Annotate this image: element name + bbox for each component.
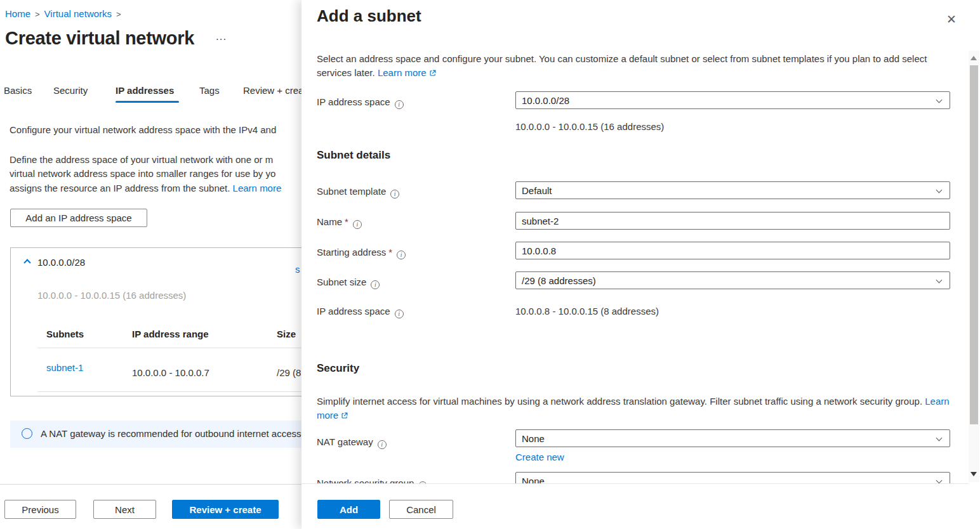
field-label-starting-address: Starting address* [317, 247, 406, 259]
column-header-size: Size [277, 329, 296, 339]
info-icon[interactable] [397, 251, 406, 259]
hidden-text-fragment: s [295, 264, 300, 275]
security-description: Simplify internet access for virtual mac… [317, 395, 951, 423]
chevron-down-icon [936, 435, 943, 441]
column-header-subnets: Subnets [46, 329, 84, 339]
cancel-button[interactable]: Cancel [389, 500, 453, 519]
address-space-range: 10.0.0.0 - 10.0.0.15 (16 addresses) [37, 290, 186, 301]
body-text-line: virtual network address space into small… [10, 168, 275, 179]
chevron-down-icon [936, 478, 943, 484]
field-label-subnet-size: Subnet size [317, 277, 380, 289]
info-icon[interactable] [395, 310, 404, 318]
ip-address-space-dropdown[interactable]: 10.0.0.0/28 [515, 91, 950, 109]
panel-scroll-area: Select an address space and configure yo… [301, 0, 969, 484]
info-icon[interactable] [378, 440, 387, 449]
column-header-ip-range: IP address range [132, 329, 209, 339]
collapse-chevron-icon[interactable] [23, 259, 30, 266]
add-subnet-panel: Add a subnet ✕ Select an address space a… [301, 0, 980, 529]
scrollbar-thumb[interactable] [970, 65, 978, 424]
subnet-size-dropdown[interactable]: /29 (8 addresses) [515, 271, 950, 289]
info-icon[interactable] [395, 100, 404, 109]
ip-space-result-value: 10.0.0.8 - 10.0.0.15 (8 addresses) [515, 306, 659, 317]
info-icon[interactable] [353, 220, 362, 229]
info-icon[interactable] [371, 280, 380, 289]
field-label-network-security-group: Network security group [317, 478, 427, 484]
breadcrumb-link-home[interactable]: Home [5, 8, 30, 19]
nat-gateway-dropdown[interactable]: None [515, 429, 950, 447]
body-text-line: Define the address space of your virtual… [10, 154, 273, 165]
breadcrumb-separator-icon: > [116, 10, 121, 19]
page-title: Create virtual network [5, 28, 194, 49]
network-security-group-dropdown[interactable]: None [515, 472, 950, 484]
scroll-down-arrow-icon[interactable] [970, 472, 977, 476]
required-asterisk: * [345, 216, 348, 227]
field-label-ip-address-space: IP address space [317, 96, 404, 109]
breadcrumb: Home>Virtual networks> [5, 8, 126, 19]
security-heading: Security [317, 362, 359, 375]
starting-address-input[interactable] [515, 242, 950, 259]
create-new-link[interactable]: Create new [515, 452, 564, 462]
more-menu-icon[interactable]: ... [216, 30, 227, 43]
field-label-nat-gateway: NAT gateway [317, 436, 387, 449]
subnet-details-heading: Subnet details [317, 149, 390, 162]
field-label-name: Name* [317, 216, 362, 229]
external-link-icon [429, 67, 437, 81]
breadcrumb-separator-icon: > [35, 10, 40, 19]
subnet-name-input[interactable] [515, 212, 950, 230]
chevron-down-icon [936, 187, 943, 193]
external-link-icon [341, 409, 348, 423]
address-space-cidr: 10.0.0.0/28 [37, 257, 85, 268]
active-tab-indicator [116, 101, 179, 103]
info-icon[interactable] [390, 190, 399, 199]
field-label-ip-space-result: IP address space [317, 306, 404, 318]
chevron-down-icon [936, 277, 943, 284]
azure-portal-screen: Home>Virtual networks> Create virtual ne… [0, 0, 980, 529]
tab-security[interactable]: Security [53, 85, 88, 96]
add-button[interactable]: Add [317, 500, 380, 519]
tab-tags[interactable]: Tags [199, 85, 220, 96]
breadcrumb-link-virtual-networks[interactable]: Virtual networks [44, 8, 112, 19]
subnet-template-dropdown[interactable]: Default [515, 181, 950, 199]
subnet-range-cell: 10.0.0.0 - 10.0.0.7 [132, 367, 209, 378]
add-ip-address-space-button[interactable]: Add an IP address space [10, 209, 147, 227]
panel-description: Select an address space and configure yo… [317, 52, 951, 81]
info-icon [22, 428, 32, 439]
required-asterisk: * [388, 247, 392, 258]
next-button[interactable]: Next [93, 500, 156, 519]
review-create-button[interactable]: Review + create [172, 500, 279, 519]
ip-space-helper-text: 10.0.0.0 - 10.0.0.15 (16 addresses) [515, 121, 664, 132]
tab-basics[interactable]: Basics [4, 85, 32, 96]
banner-text: A NAT gateway is recommended for outboun… [41, 428, 301, 439]
body-text-line: assigns the resource an IP address from … [10, 183, 281, 193]
tab-ip-addresses[interactable]: IP addresses [116, 85, 174, 96]
learn-more-link[interactable]: Learn more [233, 183, 282, 193]
chevron-down-icon [936, 97, 943, 103]
scroll-up-arrow-icon[interactable] [970, 56, 977, 60]
subnet-link[interactable]: subnet-1 [46, 362, 83, 373]
info-icon[interactable] [418, 481, 427, 484]
previous-button[interactable]: Previous [4, 500, 76, 519]
intro-text: Configure your virtual network address s… [10, 124, 276, 135]
field-label-subnet-template: Subnet template [317, 186, 399, 199]
learn-more-link[interactable]: Learn more [378, 67, 427, 78]
